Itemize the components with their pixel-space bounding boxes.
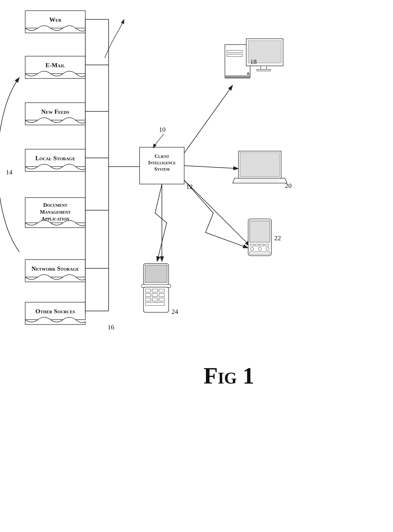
ref-14: 14 [6, 169, 12, 176]
web-label: Web [49, 16, 61, 23]
svg-rect-27 [255, 244, 259, 246]
svg-rect-25 [250, 221, 270, 242]
ref-16: 16 [108, 324, 114, 331]
svg-rect-20 [225, 77, 250, 78]
center-label-line1: Client [155, 153, 169, 159]
svg-point-30 [251, 247, 254, 251]
svg-rect-35 [145, 265, 167, 282]
flip-phone-icon [142, 263, 171, 312]
svg-text:Management: Management [40, 209, 71, 215]
arrow-to-pda [184, 180, 250, 246]
ref10-arrow [153, 134, 164, 148]
local-storage-label: Local Storage [35, 155, 75, 162]
svg-rect-42 [152, 294, 158, 297]
svg-rect-29 [265, 244, 269, 246]
svg-rect-44 [145, 298, 151, 301]
arrow-to-laptop [184, 166, 238, 169]
email-label: E-Mail [45, 62, 65, 69]
svg-rect-38 [145, 289, 151, 292]
center-label-line2: Intelligence [148, 160, 176, 165]
svg-rect-40 [159, 289, 164, 292]
email-source-box: E-Mail [25, 56, 85, 78]
laptop-icon [233, 151, 287, 183]
ref16-arrow [105, 19, 124, 58]
ref-18: 18 [250, 58, 257, 65]
svg-rect-21 [240, 153, 280, 177]
svg-rect-28 [260, 244, 264, 246]
lightning-to-phone [155, 184, 167, 261]
center-label-line3: System [154, 166, 169, 172]
web-source-box: Web [25, 11, 85, 33]
feedback-arrow-14 [0, 77, 19, 252]
ref-10: 10 [159, 126, 166, 133]
network-storage-source-box: Network Storage [25, 260, 85, 282]
ref-20: 20 [285, 182, 292, 189]
svg-rect-17 [257, 69, 270, 71]
new-feeds-source-box: New Feeds [25, 103, 85, 125]
svg-rect-46 [159, 298, 164, 301]
svg-point-31 [258, 247, 261, 251]
svg-rect-26 [250, 244, 254, 246]
pda-icon [248, 219, 271, 256]
svg-point-18 [247, 73, 249, 75]
network-storage-label: Network Storage [31, 265, 79, 272]
arrow-to-desktop [184, 85, 233, 153]
lightning-to-pda [184, 180, 248, 248]
svg-text:Application: Application [41, 216, 69, 222]
document-management-source-box: Document Management Application [25, 198, 85, 228]
center-system-box [140, 147, 184, 184]
ref-12: 12 [186, 183, 193, 190]
svg-rect-12 [227, 50, 242, 53]
svg-rect-43 [159, 294, 164, 297]
other-sources-source-box: Other Sources [25, 302, 85, 324]
svg-rect-13 [227, 54, 242, 57]
other-sources-label: Other Sources [35, 308, 75, 315]
svg-rect-39 [152, 289, 158, 292]
document-mgmt-label: Document [43, 202, 68, 208]
ref-22: 22 [274, 234, 281, 242]
svg-rect-41 [145, 294, 151, 297]
ref-24: 24 [172, 308, 178, 315]
svg-rect-33 [250, 252, 270, 254]
local-storage-source-box: Local Storage [25, 149, 85, 171]
new-feeds-label: New Feeds [41, 108, 69, 115]
svg-rect-47 [145, 302, 164, 305]
fig-label: Fig 1 [204, 363, 254, 389]
svg-point-32 [266, 247, 269, 251]
svg-rect-45 [152, 298, 158, 301]
